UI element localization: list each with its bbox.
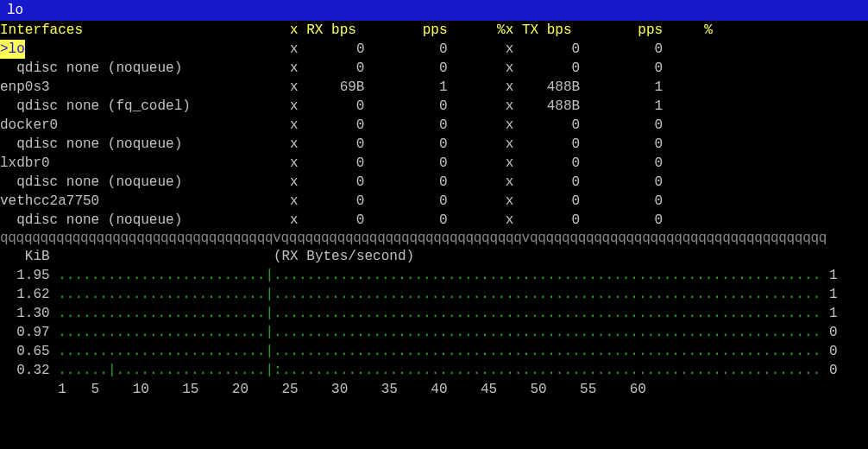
cell-pps2: 0 — [580, 212, 663, 228]
cell-pps2: 1 — [580, 79, 663, 95]
cell-rx: 0 — [299, 193, 365, 209]
cell-rx: 0 — [299, 174, 365, 190]
chart-y-tick: 0.97 — [0, 325, 58, 340]
cell-x1: x — [281, 212, 298, 228]
cell-x1: x — [281, 193, 298, 209]
cell-rx: 0 — [299, 212, 365, 228]
cell-tx: 0 — [513, 117, 580, 133]
interface-row[interactable]: qdisc none (noqueue) x 0 0 x 0 0 — [0, 135, 868, 154]
cell-pctx: x — [447, 60, 513, 76]
cell-x1: x — [281, 136, 298, 152]
selection-cursor: >lo — [0, 40, 25, 59]
cell-x1: x — [281, 60, 298, 76]
interface-table[interactable]: Interfaces x RX bps pps %x TX bps pps %>… — [0, 21, 868, 230]
cell-pps1: 0 — [364, 98, 447, 114]
interface-row[interactable]: vethcc2a7750 x 0 0 x 0 0 — [0, 192, 868, 211]
separator-line: qqqqqqqqqqqqqqqqqqqqqqqqqqqqqqqqqqvqqqqq… — [0, 230, 868, 247]
interface-row[interactable]: qdisc none (noqueue) x 0 0 x 0 0 — [0, 173, 868, 192]
cell-tx: 488B — [513, 79, 580, 95]
interface-row[interactable]: lxdbr0 x 0 0 x 0 0 — [0, 154, 868, 173]
chart-title: (RX Bytes/second) — [274, 249, 414, 264]
cell-pps2: 0 — [580, 136, 663, 152]
cell-rx: 0 — [299, 117, 365, 133]
cell-pctx: x — [447, 155, 513, 171]
cell-tx: 0 — [513, 136, 580, 152]
cell-tx: 0 — [513, 174, 580, 190]
cell-pctx: x — [447, 193, 513, 209]
cell-pps1: 0 — [364, 212, 447, 228]
cell-pctx: x — [448, 41, 514, 57]
cell-x1: x — [281, 174, 298, 190]
interface-name: lxdbr0 — [0, 155, 281, 171]
cell-pps2: 0 — [580, 117, 663, 133]
interface-name: qdisc none (noqueue) — [0, 60, 281, 76]
cell-pps1: 0 — [364, 174, 447, 190]
header-pps2: pps — [580, 22, 663, 38]
interface-name: qdisc none (noqueue) — [0, 174, 281, 190]
interface-name: qdisc none (noqueue) — [0, 212, 281, 228]
chart-y-unit: KiB — [25, 249, 50, 264]
cell-x1: x — [281, 41, 298, 57]
chart-right-value: 1 — [829, 268, 838, 283]
cell-pps2: 0 — [580, 155, 663, 171]
cell-pps1: 0 — [364, 193, 447, 209]
cell-pps1: 0 — [364, 117, 447, 133]
interface-name: docker0 — [0, 117, 281, 133]
cell-rx: 0 — [299, 98, 365, 114]
cell-tx: 0 — [513, 155, 580, 171]
header-pps1: pps — [364, 22, 447, 38]
chart-right-value: 0 — [829, 344, 838, 359]
header-pct: % — [663, 22, 713, 38]
cell-pps1: 0 — [364, 41, 447, 57]
cell-pctx: x — [447, 98, 513, 114]
cell-rx: 0 — [299, 136, 365, 152]
chart-y-tick: 1.62 — [0, 287, 58, 302]
interface-row[interactable]: qdisc none (noqueue) x 0 0 x 0 0 — [0, 211, 868, 230]
cell-tx: 0 — [513, 212, 580, 228]
chart-right-value: 1 — [829, 306, 838, 321]
header-x1: x — [281, 22, 298, 38]
cell-pctx: x — [447, 117, 513, 133]
cell-pps1: 0 — [364, 136, 447, 152]
cell-x1: x — [281, 155, 298, 171]
chart-right-value: 0 — [829, 363, 838, 378]
cell-pps2: 0 — [580, 174, 663, 190]
cell-rx: 0 — [299, 41, 365, 57]
interface-name: qdisc none (fq_codel) — [0, 98, 281, 114]
cell-pps1: 0 — [364, 155, 447, 171]
cell-pctx: x — [447, 136, 513, 152]
cell-x1: x — [281, 98, 298, 114]
interface-row[interactable]: >lo x 0 0 x 0 0 — [0, 40, 868, 59]
title-text: lo — [7, 3, 23, 18]
cell-tx: 0 — [513, 60, 580, 76]
header-pctx: %x — [447, 22, 513, 38]
cell-rx: 69B — [299, 79, 365, 95]
cell-pps1: 1 — [364, 79, 447, 95]
chart-y-tick: 1.95 — [0, 268, 58, 283]
chart-right-value: 1 — [829, 287, 838, 302]
rx-bytes-chart: KiB (RX Bytes/second) 1.95 .............… — [0, 247, 868, 399]
header-txbps: TX bps — [513, 22, 580, 38]
cell-pps2: 0 — [580, 193, 663, 209]
cell-pps2: 0 — [580, 41, 663, 57]
cell-rx: 0 — [299, 60, 365, 76]
interface-row[interactable]: docker0 x 0 0 x 0 0 — [0, 116, 868, 135]
interface-row[interactable]: qdisc none (noqueue) x 0 0 x 0 0 — [0, 59, 868, 78]
cell-pctx: x — [447, 79, 513, 95]
interface-name: qdisc none (noqueue) — [0, 136, 281, 152]
interface-name: vethcc2a7750 — [0, 193, 281, 209]
interface-row[interactable]: enp0s3 x 69B 1 x 488B 1 — [0, 78, 868, 97]
cell-x1: x — [281, 117, 298, 133]
chart-y-tick: 1.30 — [0, 306, 58, 321]
interface-name: enp0s3 — [0, 79, 281, 95]
header-interfaces: Interfaces — [0, 22, 281, 38]
chart-y-tick: 0.65 — [0, 344, 58, 359]
header-rxbps: RX bps — [299, 22, 365, 38]
cell-tx: 488B — [513, 98, 580, 114]
cell-pps2: 0 — [580, 60, 663, 76]
interface-row[interactable]: qdisc none (fq_codel) x 0 0 x 488B 1 — [0, 97, 868, 116]
chart-x-axis: 1 5 10 15 20 25 30 35 40 45 50 55 60 — [0, 382, 821, 397]
chart-y-tick: 0.32 — [0, 363, 58, 378]
cell-pps2: 1 — [580, 98, 663, 114]
cell-pctx: x — [447, 212, 513, 228]
